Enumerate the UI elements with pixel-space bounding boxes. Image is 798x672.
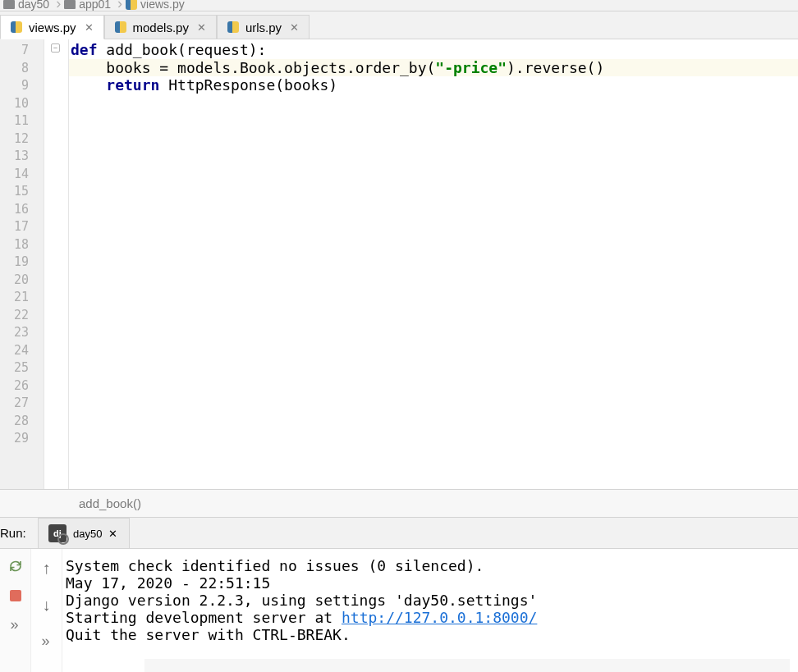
tab-label: views.py [29,21,76,34]
line-number: 10 [0,94,44,112]
line-number: 22 [0,306,44,324]
code-line [69,323,798,341]
code-line [69,130,798,148]
code-line: def add_book(request): [69,41,798,59]
run-title: Run: [0,526,38,540]
code-line [69,288,798,306]
scroll-up-icon[interactable]: ↑ [43,559,51,578]
run-toolbar-secondary: ↑ ↓ » [31,549,62,672]
run-tab-label: day50 [73,528,102,540]
line-number: 8 [0,59,44,77]
more-actions-icon[interactable]: » [41,633,51,650]
breadcrumb-item[interactable]: views.py [126,0,185,11]
rerun-button[interactable] [7,557,25,575]
django-run-icon: dj [48,524,66,542]
code-line [69,306,798,324]
more-actions-icon[interactable]: » [10,616,20,633]
breadcrumb-separator: › [117,0,122,11]
python-file-icon [227,21,239,33]
code-line [69,182,798,200]
python-file-icon [126,0,137,10]
line-number: 17 [0,217,44,235]
code-line [69,359,798,377]
line-number: 23 [0,323,44,341]
console-line: Starting development server at http://12… [66,609,795,626]
line-number: 21 [0,288,44,306]
run-tab[interactable]: dj day50 ✕ [38,518,130,548]
console-line: May 17, 2020 - 22:51:15 [66,574,795,592]
code-line [69,377,798,395]
code-line [69,394,798,412]
breadcrumb-item[interactable]: day50 [3,0,49,11]
tab-views[interactable]: views.py ✕ [0,15,104,39]
line-number: 14 [0,165,44,183]
console-line: Django version 2.2.3, using settings 'da… [66,592,795,609]
folder-icon [3,0,15,9]
line-gutter: 7891011121314151617181920212223242526272… [0,39,44,489]
line-number: 15 [0,182,44,200]
run-toolbar-primary: » [0,549,31,672]
line-number: 25 [0,359,44,377]
run-tool-header: Run: dj day50 ✕ [0,518,798,549]
line-number: 16 [0,200,44,218]
tab-label: urls.py [245,21,282,34]
run-tool-body: » ↑ ↓ » System check identified no issue… [0,549,798,672]
line-number: 11 [0,112,44,130]
python-file-icon [11,21,22,33]
line-number: 12 [0,130,44,148]
close-icon[interactable]: ✕ [108,528,117,540]
code-area[interactable]: def add_book(request): books = models.Bo… [69,39,798,489]
breadcrumb: day50 › app01 › views.py [0,0,798,11]
console-line: System check identified no issues (0 sil… [66,557,795,574]
fold-gutter: − [44,39,69,489]
server-url-link[interactable]: http://127.0.0.1:8000/ [342,609,537,626]
breadcrumb-label: day50 [18,0,49,11]
code-line [69,217,798,235]
close-icon[interactable]: ✕ [197,21,206,34]
tab-models[interactable]: models.py ✕ [104,15,217,39]
code-line: books = models.Book.objects.order_by("-p… [69,59,798,77]
close-icon[interactable]: ✕ [85,21,94,34]
code-line [69,94,798,112]
line-number: 13 [0,147,44,165]
python-file-icon [115,21,126,33]
line-number: 20 [0,271,44,289]
line-number: 27 [0,394,44,412]
line-number: 19 [0,253,44,271]
code-line [69,235,798,254]
editor-tabs-bar: views.py ✕ models.py ✕ urls.py ✕ [0,11,798,39]
code-line [69,165,798,183]
console-output[interactable]: System check identified no issues (0 sil… [62,549,798,672]
code-line [69,112,798,130]
breadcrumb-separator: › [56,0,61,11]
breadcrumb-label: views.py [140,0,185,11]
close-icon[interactable]: ✕ [290,21,299,34]
code-line [69,253,798,271]
line-number: 9 [0,76,44,94]
tab-label: models.py [133,21,189,34]
code-line [69,429,798,447]
code-line [69,341,798,359]
fold-toggle-icon[interactable]: − [51,43,60,53]
breadcrumb-item[interactable]: app01 [64,0,111,11]
code-line [69,412,798,430]
stop-button[interactable] [7,587,25,605]
code-line [69,147,798,165]
folder-icon [64,0,76,9]
code-line [69,200,798,218]
line-number: 18 [0,235,44,254]
tab-urls[interactable]: urls.py ✕ [217,15,310,39]
scroll-down-icon[interactable]: ↓ [43,596,51,615]
code-line [69,271,798,289]
line-number: 28 [0,412,44,430]
breadcrumb-label: app01 [79,0,111,11]
code-line: return HttpResponse(books) [69,76,798,94]
line-number: 7 [0,41,44,59]
console-scrollbar-track[interactable] [144,659,790,672]
line-number: 24 [0,341,44,359]
console-line: Quit the server with CTRL-BREAK. [66,626,795,643]
scope-breadcrumb[interactable]: add_book() [0,490,798,518]
line-number: 26 [0,377,44,395]
editor: 7891011121314151617181920212223242526272… [0,39,798,490]
scope-label: add_book() [79,496,141,510]
